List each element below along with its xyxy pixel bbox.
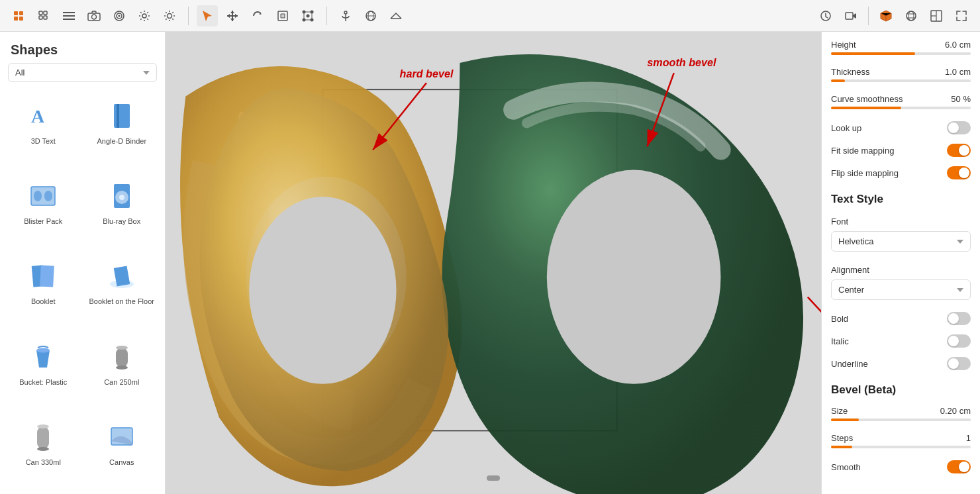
- divider-3: [868, 7, 869, 25]
- shape-item-blu-ray-box[interactable]: Blu-ray Box: [84, 173, 160, 250]
- fit-side-mapping-label: Fit side mapping: [831, 146, 894, 156]
- fullscreen-button[interactable]: [951, 5, 972, 26]
- shapes-grid: A 3D Text Angle-D Binder Blister Pack: [0, 90, 165, 494]
- cube-button[interactable]: [875, 5, 897, 26]
- target-button[interactable]: [109, 5, 130, 26]
- shape-icon-can-330ml: [26, 420, 60, 454]
- toolbar-far-right: [815, 5, 972, 26]
- bold-knob: [948, 313, 959, 324]
- italic-knob: [948, 336, 959, 346]
- fit-side-mapping-row: Fit side mapping: [831, 144, 971, 157]
- curve-smoothness-slider[interactable]: [831, 107, 971, 109]
- viewport-canvas: hard bevel smooth bevel: [166, 32, 821, 494]
- sidebar-title: Shapes: [0, 32, 165, 63]
- shape-item-3d-text[interactable]: A 3D Text: [5, 93, 81, 170]
- flip-side-mapping-toggle[interactable]: [947, 166, 971, 179]
- shape-item-blister-pack[interactable]: Blister Pack: [5, 173, 81, 250]
- italic-row: Italic: [831, 334, 971, 348]
- record-button[interactable]: [840, 5, 861, 26]
- settings-button[interactable]: [134, 5, 155, 26]
- font-select[interactable]: Helvetica: [831, 231, 971, 252]
- alignment-select[interactable]: Center: [831, 279, 971, 300]
- nodes-button[interactable]: [297, 5, 318, 26]
- italic-label: Italic: [831, 336, 849, 346]
- layout-button[interactable]: [926, 5, 947, 26]
- svg-rect-0: [14, 11, 18, 15]
- look-up-toggle[interactable]: [947, 121, 971, 134]
- rotate-button[interactable]: [247, 5, 268, 26]
- thickness-slider[interactable]: [831, 79, 971, 82]
- thickness-value: 1.0 cm: [945, 67, 971, 77]
- svg-rect-6: [39, 16, 42, 19]
- height-slider[interactable]: [831, 52, 971, 55]
- curve-smoothness-row: Curve smoothness 50 %: [831, 94, 971, 104]
- shape-item-booklet-floor[interactable]: Booklet on the Floor: [84, 253, 160, 330]
- size-fill: [831, 419, 859, 421]
- shape-icon-canvas: [105, 420, 138, 454]
- shape-label-can-250ml: Can 250ml: [104, 377, 139, 387]
- shape-label-blu-ray-box: Blu-ray Box: [103, 217, 140, 226]
- shape-icon-bucket-plastic: [26, 340, 60, 373]
- steps-track: [831, 446, 971, 448]
- flip-side-mapping-knob: [959, 168, 969, 178]
- shape-label-3d-text: 3D Text: [31, 136, 56, 146]
- bold-label: Bold: [831, 314, 848, 324]
- svg-text:smooth bevel: smooth bevel: [647, 56, 716, 68]
- thickness-section: Thickness 1.0 cm: [831, 67, 971, 87]
- steps-slider[interactable]: [831, 446, 971, 448]
- shape-item-angle-d-binder[interactable]: Angle-D Binder: [84, 93, 160, 170]
- shape-item-can-330ml[interactable]: Can 330ml: [5, 414, 81, 491]
- camera-button[interactable]: [83, 5, 105, 26]
- anchor-button[interactable]: [335, 5, 356, 26]
- svg-rect-60: [40, 266, 54, 287]
- svg-point-36: [344, 11, 347, 14]
- shape-item-can-250ml[interactable]: Can 250ml: [84, 334, 160, 411]
- bevel-heading: Bevel (Beta): [831, 383, 971, 397]
- svg-rect-7: [44, 16, 47, 19]
- size-slider[interactable]: [831, 419, 971, 421]
- svg-point-63: [36, 348, 50, 352]
- plane-button[interactable]: [385, 5, 407, 26]
- svg-line-22: [166, 12, 166, 13]
- shape-icon-3d-text: A: [26, 99, 60, 132]
- italic-toggle[interactable]: [947, 334, 971, 348]
- add-button[interactable]: [8, 5, 29, 26]
- svg-point-15: [119, 15, 121, 17]
- grid-button[interactable]: [33, 5, 54, 26]
- shape-icon-blu-ray-box: [105, 179, 138, 213]
- sphere-button[interactable]: [360, 5, 381, 26]
- svg-rect-42: [846, 13, 853, 19]
- viewport[interactable]: hard bevel smooth bevel hard bevel: [166, 32, 821, 494]
- svg-point-17: [168, 13, 172, 18]
- cursor-button[interactable]: [197, 5, 218, 26]
- svg-rect-4: [39, 11, 42, 15]
- thickness-label: Thickness: [831, 67, 870, 77]
- shape-item-booklet[interactable]: Booklet: [5, 253, 81, 330]
- sun-button[interactable]: [159, 5, 180, 26]
- underline-toggle[interactable]: [947, 357, 971, 370]
- shape-item-canvas[interactable]: Canvas: [84, 414, 160, 491]
- globe-button[interactable]: [901, 5, 922, 26]
- font-label: Font: [831, 217, 848, 226]
- shape-label-booklet: Booklet: [31, 297, 56, 306]
- bold-toggle[interactable]: [947, 312, 971, 325]
- shape-item-bucket-plastic[interactable]: Bucket: Plastic: [5, 334, 81, 411]
- move-button[interactable]: [222, 5, 243, 26]
- svg-point-16: [142, 14, 146, 18]
- smooth-toggle[interactable]: [947, 460, 971, 473]
- filter-select[interactable]: All: [8, 63, 157, 82]
- fit-side-mapping-toggle[interactable]: [947, 144, 971, 157]
- flip-side-mapping-label: Flip side mapping: [831, 168, 899, 178]
- scale-button[interactable]: [272, 5, 293, 26]
- sidebar-filter[interactable]: All: [0, 63, 165, 90]
- shape-icon-blister-pack: [26, 179, 60, 213]
- curve-smoothness-value: 50 %: [951, 94, 971, 104]
- svg-point-54: [34, 191, 42, 201]
- menu-button[interactable]: [58, 5, 79, 26]
- svg-point-43: [906, 11, 916, 21]
- size-value: 0.20 cm: [940, 406, 971, 416]
- time-button[interactable]: [815, 5, 836, 26]
- svg-rect-3: [19, 17, 23, 21]
- shape-icon-booklet: [26, 260, 60, 293]
- right-panel: Height 6.0 cm Thickness 1.0 cm: [821, 32, 980, 494]
